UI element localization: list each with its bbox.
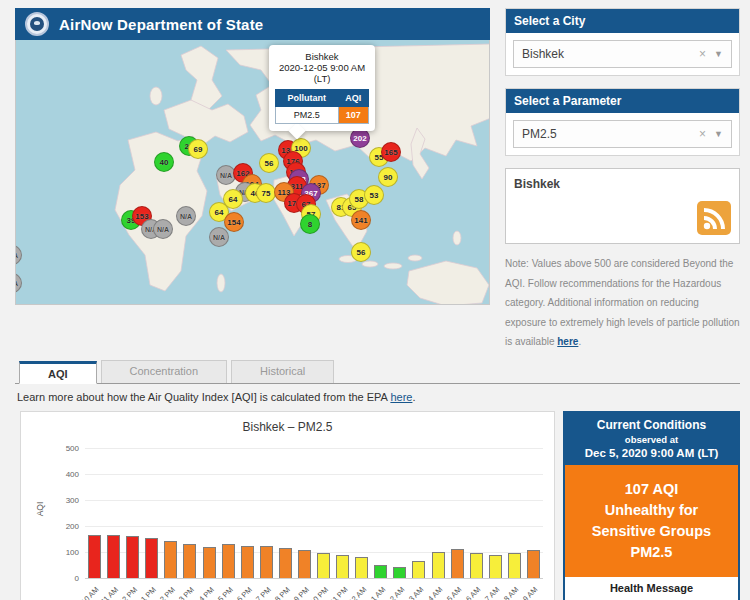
aqi-map-marker[interactable]: 8 [300,214,320,234]
aqi-map-marker[interactable]: 154 [224,212,244,232]
chart-bar[interactable] [489,555,502,577]
popup-table: Pollutant AQI PM2.5 107 [275,89,369,124]
chart-x-tick: 10 PM [308,585,330,600]
chart-plot: AQI 010020030040050010 AM11 AM12 PM1 PM2… [85,448,543,578]
popup-lt: (LT) [275,73,369,84]
page: AirNow Department of State [0,0,750,600]
chart-bar[interactable] [317,553,330,578]
map-markers-layer: N/AN/A39153N/AN/A402669N/AN/A162104N/A46… [16,40,489,304]
aqi-map-marker[interactable]: 202 [350,128,370,148]
note-here-link[interactable]: here [557,336,578,347]
note-text: Note: Values above 500 are considered Be… [505,254,740,352]
chart-x-tick: 1 AM [369,585,387,600]
map-popup: Bishkek 2020-12-05 9:00 AM (LT) Pollutan… [269,45,375,131]
chart-bar[interactable] [412,561,425,578]
chart-x-tick: 4 AM [426,585,444,600]
aqi-map-marker[interactable]: N/A [209,227,229,247]
popup-city: Bishkek [275,51,369,62]
chart-x-tick: 1 PM [139,585,158,600]
learn-more-here-link[interactable]: here [390,391,412,403]
world-aqi-map[interactable]: N/AN/A39153N/AN/A402669N/AN/A162104N/A46… [15,40,490,305]
chart-x-tick: 4 PM [197,585,216,600]
app-header: AirNow Department of State [15,8,490,40]
popup-pollutant-value: PM2.5 [276,107,339,124]
tab-aqi[interactable]: AQI [19,361,97,384]
city-select[interactable]: Bishkek × ▼ [513,40,732,68]
chart-bar[interactable] [470,553,483,578]
aqi-map-marker[interactable]: N/A [153,219,173,239]
aqi-map-marker[interactable]: 75 [256,183,276,203]
chart-bar[interactable] [279,548,292,577]
aqi-map-marker[interactable]: 165 [381,142,401,162]
aqi-map-marker[interactable]: N/A [15,273,22,293]
chart-bar[interactable] [355,557,368,578]
chart-bar[interactable] [451,549,464,577]
aqi-map-marker[interactable]: 90 [378,167,398,187]
city-caret-icon[interactable]: ▼ [714,49,723,59]
chart-bar[interactable] [508,553,521,578]
parameter-clear-icon[interactable]: × [691,127,714,141]
tab-historical[interactable]: Historical [231,360,334,383]
chart-x-tick: 10 AM [80,585,101,600]
chart-bar[interactable] [393,567,406,578]
tab-strip: AQI Concentration Historical [15,360,740,384]
aqi-map-marker[interactable]: N/A [15,245,22,265]
chart-x-tick: 6 AM [464,585,482,600]
observed-at-label: observed at [569,434,734,445]
chart-gridline [85,578,543,579]
chart-bar[interactable] [374,565,387,577]
learn-more-body: Learn more about how the Air Quality Ind… [17,391,390,403]
aqi-map-marker[interactable]: 56 [259,153,279,173]
chart-y-tick: 0 [51,574,79,583]
aqi-map-marker[interactable]: 69 [188,139,208,159]
chart-x-tick: 5 AM [445,585,463,600]
city-clear-icon[interactable]: × [691,47,714,61]
current-conditions-header: Current Conditions observed at Dec 5, 20… [565,413,738,465]
chart-y-tick: 500 [51,444,79,453]
aqi-category-line: Unhealthy for Sensitive Groups [571,500,732,542]
chart-x-tick: 7 PM [254,585,273,600]
chart-y-axis-label: AQI [35,501,45,516]
parameter-select[interactable]: PM2.5 × ▼ [513,120,732,148]
chart-bar[interactable] [222,544,235,578]
chart-bar[interactable] [203,547,216,578]
chart-bar[interactable] [527,550,540,578]
aqi-status-box: 107 AQI Unhealthy for Sensitive Groups P… [565,465,738,577]
chart-y-tick: 400 [51,470,79,479]
tab-concentration[interactable]: Concentration [101,360,228,383]
chart-bar[interactable] [126,536,139,577]
chart-bar[interactable] [107,535,120,578]
aqi-map-marker[interactable]: 141 [351,210,371,230]
chart-gridline [85,448,543,449]
note-body: Note: Values above 500 are considered Be… [505,258,740,347]
chart-bar[interactable] [298,550,311,577]
chart-gridline [85,474,543,475]
chart-bar[interactable] [260,546,273,577]
app-title: AirNow Department of State [59,16,263,33]
current-conditions-panel: Current Conditions observed at Dec 5, 20… [563,411,740,600]
health-message-title: Health Message [573,582,730,594]
chart-bar[interactable] [88,535,101,578]
chart-bar[interactable] [336,555,349,578]
rss-icon[interactable] [697,201,731,235]
rss-city-label: Bishkek [514,177,731,191]
chart-y-tick: 100 [51,548,79,557]
aqi-value-line: 107 AQI [571,479,732,500]
city-select-value: Bishkek [522,47,691,61]
aqi-map-marker[interactable]: N/A [176,206,196,226]
observed-datetime: Dec 5, 2020 9:00 AM (LT) [569,447,734,459]
chart-bar[interactable] [241,546,254,577]
aqi-bar-chart-panel: Bishkek – PM2.5 AQI 010020030040050010 A… [20,411,555,600]
popup-aqi-header: AQI [338,90,368,107]
chart-bar[interactable] [432,552,445,577]
aqi-map-marker[interactable]: 40 [154,152,174,172]
popup-datetime: 2020-12-05 9:00 AM [275,62,369,73]
parameter-caret-icon[interactable]: ▼ [714,129,723,139]
chart-bar[interactable] [145,538,158,577]
aqi-map-marker[interactable]: 56 [351,242,371,262]
chart-title: Bishkek – PM2.5 [27,420,548,434]
chart-bar[interactable] [164,541,177,577]
aqi-map-marker[interactable]: 53 [364,185,384,205]
select-city-panel: Select a City Bishkek × ▼ [505,8,740,76]
chart-bar[interactable] [183,544,196,578]
